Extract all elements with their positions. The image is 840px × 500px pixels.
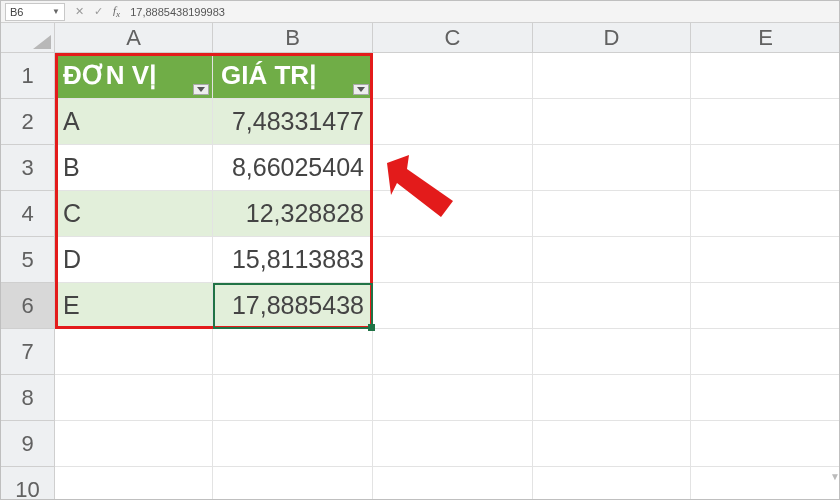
cell-c9[interactable]	[373, 421, 533, 467]
enter-icon[interactable]: ✓	[94, 5, 103, 18]
cell-d6[interactable]	[533, 283, 691, 329]
spreadsheet-grid: A B C D E 1 ĐƠN VỊ GIÁ TRỊ 2 A 7,4833147…	[1, 23, 839, 500]
row-header-9[interactable]: 9	[1, 421, 55, 467]
cell-d5[interactable]	[533, 237, 691, 283]
row-7: 7	[1, 329, 839, 375]
row-6: 6 E 17,8885438	[1, 283, 839, 329]
cell-d7[interactable]	[533, 329, 691, 375]
cell-e8[interactable]	[691, 375, 840, 421]
cell-d8[interactable]	[533, 375, 691, 421]
cell-e4[interactable]	[691, 191, 840, 237]
row-8: 8	[1, 375, 839, 421]
row-header-1[interactable]: 1	[1, 53, 55, 99]
cell-b4[interactable]: 12,328828	[213, 191, 373, 237]
cell-a6[interactable]: E	[55, 283, 213, 329]
cell-a7[interactable]	[55, 329, 213, 375]
cell-e10[interactable]	[691, 467, 840, 500]
table-header-unit-label: ĐƠN VỊ	[63, 60, 157, 91]
column-header-c[interactable]: C	[373, 23, 533, 53]
cell-b7[interactable]	[213, 329, 373, 375]
cell-b10[interactable]	[213, 467, 373, 500]
table-header-value[interactable]: GIÁ TRỊ	[213, 53, 373, 99]
cell-d4[interactable]	[533, 191, 691, 237]
column-header-d[interactable]: D	[533, 23, 691, 53]
row-5: 5 D 15,8113883	[1, 237, 839, 283]
cell-e3[interactable]	[691, 145, 840, 191]
scroll-down-icon[interactable]: ▼	[830, 471, 838, 483]
cell-c2[interactable]	[373, 99, 533, 145]
cell-a10[interactable]	[55, 467, 213, 500]
name-box-value: B6	[10, 6, 23, 18]
column-header-e[interactable]: E	[691, 23, 840, 53]
filter-button-unit[interactable]	[193, 84, 209, 95]
cell-c6[interactable]	[373, 283, 533, 329]
cell-b2[interactable]: 7,48331477	[213, 99, 373, 145]
row-header-2[interactable]: 2	[1, 99, 55, 145]
cell-d10[interactable]	[533, 467, 691, 500]
formula-bar: B6 ▼ ✕ ✓ fx 17,8885438199983	[1, 1, 839, 23]
formula-bar-value[interactable]: 17,8885438199983	[130, 6, 225, 18]
table-header-value-label: GIÁ TRỊ	[221, 60, 317, 91]
cell-c4[interactable]	[373, 191, 533, 237]
cell-c8[interactable]	[373, 375, 533, 421]
row-2: 2 A 7,48331477	[1, 99, 839, 145]
cell-a2[interactable]: A	[55, 99, 213, 145]
row-10: 10	[1, 467, 839, 500]
cell-b6[interactable]: 17,8885438	[213, 283, 373, 329]
row-header-3[interactable]: 3	[1, 145, 55, 191]
cell-c1[interactable]	[373, 53, 533, 99]
cell-b9[interactable]	[213, 421, 373, 467]
cell-b3[interactable]: 8,66025404	[213, 145, 373, 191]
cell-a8[interactable]	[55, 375, 213, 421]
column-header-row: A B C D E	[1, 23, 839, 53]
formula-bar-buttons: ✕ ✓ fx	[65, 4, 130, 19]
row-header-5[interactable]: 5	[1, 237, 55, 283]
cell-e2[interactable]	[691, 99, 840, 145]
cell-b5[interactable]: 15,8113883	[213, 237, 373, 283]
cell-c5[interactable]	[373, 237, 533, 283]
row-1: 1 ĐƠN VỊ GIÁ TRỊ	[1, 53, 839, 99]
select-all-corner[interactable]	[1, 23, 55, 53]
cell-e7[interactable]	[691, 329, 840, 375]
fx-icon[interactable]: fx	[113, 4, 120, 19]
cancel-icon[interactable]: ✕	[75, 5, 84, 18]
row-4: 4 C 12,328828	[1, 191, 839, 237]
cell-a3[interactable]: B	[55, 145, 213, 191]
cell-d1[interactable]	[533, 53, 691, 99]
cell-c3[interactable]	[373, 145, 533, 191]
filter-button-value[interactable]	[353, 84, 369, 95]
table-header-unit[interactable]: ĐƠN VỊ	[55, 53, 213, 99]
column-header-b[interactable]: B	[213, 23, 373, 53]
cell-a9[interactable]	[55, 421, 213, 467]
column-header-a[interactable]: A	[55, 23, 213, 53]
cell-e5[interactable]	[691, 237, 840, 283]
cell-d3[interactable]	[533, 145, 691, 191]
chevron-down-icon[interactable]: ▼	[52, 7, 60, 16]
row-header-6[interactable]: 6	[1, 283, 55, 329]
cell-e9[interactable]	[691, 421, 840, 467]
cell-e6[interactable]	[691, 283, 840, 329]
cell-b8[interactable]	[213, 375, 373, 421]
cell-c7[interactable]	[373, 329, 533, 375]
row-header-4[interactable]: 4	[1, 191, 55, 237]
name-box[interactable]: B6 ▼	[5, 3, 65, 21]
row-header-7[interactable]: 7	[1, 329, 55, 375]
cell-d9[interactable]	[533, 421, 691, 467]
cell-a5[interactable]: D	[55, 237, 213, 283]
row-header-10[interactable]: 10	[1, 467, 55, 500]
cell-a4[interactable]: C	[55, 191, 213, 237]
cell-d2[interactable]	[533, 99, 691, 145]
cell-e1[interactable]	[691, 53, 840, 99]
row-3: 3 B 8,66025404	[1, 145, 839, 191]
row-header-8[interactable]: 8	[1, 375, 55, 421]
cell-c10[interactable]	[373, 467, 533, 500]
row-9: 9	[1, 421, 839, 467]
